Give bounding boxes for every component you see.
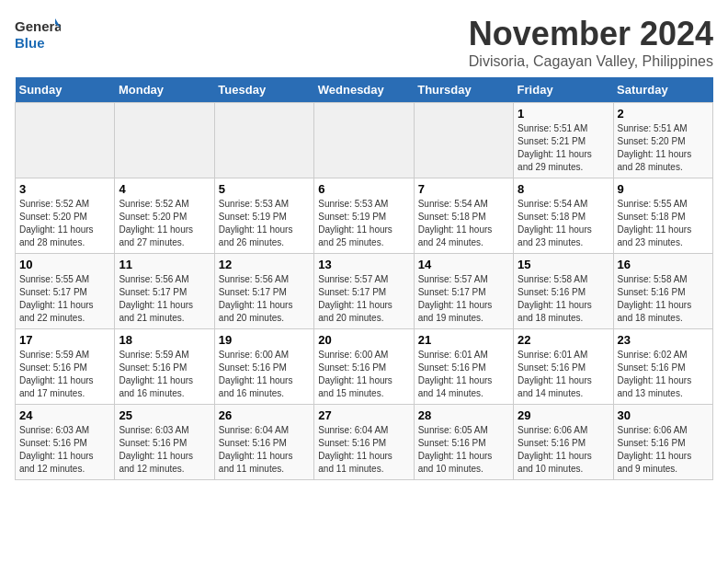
day-number: 22 xyxy=(518,333,609,347)
day-info: Sunrise: 6:04 AM Sunset: 5:16 PM Dayligh… xyxy=(318,424,409,476)
weekday-header-monday: Monday xyxy=(115,77,214,103)
day-number: 17 xyxy=(19,333,110,347)
weekday-header-wednesday: Wednesday xyxy=(314,77,414,103)
day-number: 15 xyxy=(518,258,609,271)
day-info: Sunrise: 5:58 AM Sunset: 5:16 PM Dayligh… xyxy=(518,273,609,325)
day-number: 18 xyxy=(119,333,210,347)
day-info: Sunrise: 6:00 AM Sunset: 5:16 PM Dayligh… xyxy=(318,349,409,400)
day-cell: 7Sunrise: 5:54 AM Sunset: 5:18 PM Daylig… xyxy=(414,178,513,254)
day-cell: 29Sunrise: 6:06 AM Sunset: 5:16 PM Dayli… xyxy=(514,405,613,480)
day-info: Sunrise: 6:03 AM Sunset: 5:16 PM Dayligh… xyxy=(119,424,210,476)
week-row-5: 24Sunrise: 6:03 AM Sunset: 5:16 PM Dayli… xyxy=(16,405,713,480)
weekday-header-row: SundayMondayTuesdayWednesdayThursdayFrid… xyxy=(16,77,713,103)
day-cell: 10Sunrise: 5:55 AM Sunset: 5:17 PM Dayli… xyxy=(16,254,115,329)
day-number: 2 xyxy=(618,107,709,121)
day-cell: 12Sunrise: 5:56 AM Sunset: 5:17 PM Dayli… xyxy=(214,254,313,329)
day-info: Sunrise: 5:56 AM Sunset: 5:17 PM Dayligh… xyxy=(219,273,310,325)
day-cell: 21Sunrise: 6:01 AM Sunset: 5:16 PM Dayli… xyxy=(414,329,513,405)
day-cell: 17Sunrise: 5:59 AM Sunset: 5:16 PM Dayli… xyxy=(16,329,115,405)
day-number: 27 xyxy=(318,408,409,422)
day-number: 12 xyxy=(219,258,310,271)
day-number: 8 xyxy=(518,182,609,196)
week-row-2: 3Sunrise: 5:52 AM Sunset: 5:20 PM Daylig… xyxy=(16,178,713,254)
day-number: 7 xyxy=(418,182,509,196)
day-cell: 24Sunrise: 6:03 AM Sunset: 5:16 PM Dayli… xyxy=(16,405,115,480)
day-number: 10 xyxy=(19,258,110,271)
day-cell: 20Sunrise: 6:00 AM Sunset: 5:16 PM Dayli… xyxy=(314,329,414,405)
day-number: 5 xyxy=(219,182,310,196)
day-info: Sunrise: 5:54 AM Sunset: 5:18 PM Dayligh… xyxy=(518,198,609,249)
day-number: 24 xyxy=(19,408,110,422)
logo: General Blue xyxy=(15,15,61,55)
day-cell: 2Sunrise: 5:51 AM Sunset: 5:20 PM Daylig… xyxy=(613,103,712,178)
day-cell: 26Sunrise: 6:04 AM Sunset: 5:16 PM Dayli… xyxy=(214,405,313,480)
day-cell: 5Sunrise: 5:53 AM Sunset: 5:19 PM Daylig… xyxy=(214,178,313,254)
week-row-3: 10Sunrise: 5:55 AM Sunset: 5:17 PM Dayli… xyxy=(16,254,713,329)
day-number: 4 xyxy=(119,182,210,196)
day-number: 13 xyxy=(318,258,409,271)
day-number: 28 xyxy=(418,408,509,422)
page-header: General Blue November 2024 Divisoria, Ca… xyxy=(15,15,713,70)
day-info: Sunrise: 5:51 AM Sunset: 5:20 PM Dayligh… xyxy=(618,122,709,174)
day-number: 6 xyxy=(318,182,409,196)
day-cell xyxy=(214,103,313,178)
day-cell: 4Sunrise: 5:52 AM Sunset: 5:20 PM Daylig… xyxy=(115,178,214,254)
week-row-1: 1Sunrise: 5:51 AM Sunset: 5:21 PM Daylig… xyxy=(16,103,713,178)
month-title: November 2024 xyxy=(469,15,713,53)
day-info: Sunrise: 5:58 AM Sunset: 5:16 PM Dayligh… xyxy=(618,273,709,325)
svg-text:General: General xyxy=(15,18,61,34)
day-info: Sunrise: 5:53 AM Sunset: 5:19 PM Dayligh… xyxy=(318,198,409,249)
weekday-header-tuesday: Tuesday xyxy=(214,77,313,103)
day-number: 20 xyxy=(318,333,409,347)
day-cell: 11Sunrise: 5:56 AM Sunset: 5:17 PM Dayli… xyxy=(115,254,214,329)
logo-svg: General Blue xyxy=(15,15,61,55)
day-cell: 27Sunrise: 6:04 AM Sunset: 5:16 PM Dayli… xyxy=(314,405,414,480)
day-number: 14 xyxy=(418,258,509,271)
day-number: 3 xyxy=(19,182,110,196)
day-cell: 3Sunrise: 5:52 AM Sunset: 5:20 PM Daylig… xyxy=(16,178,115,254)
day-number: 21 xyxy=(418,333,509,347)
day-info: Sunrise: 6:05 AM Sunset: 5:16 PM Dayligh… xyxy=(418,424,509,476)
day-cell: 14Sunrise: 5:57 AM Sunset: 5:17 PM Dayli… xyxy=(414,254,513,329)
day-cell: 6Sunrise: 5:53 AM Sunset: 5:19 PM Daylig… xyxy=(314,178,414,254)
weekday-header-sunday: Sunday xyxy=(16,77,115,103)
day-number: 11 xyxy=(119,258,210,271)
day-cell: 9Sunrise: 5:55 AM Sunset: 5:18 PM Daylig… xyxy=(613,178,712,254)
day-number: 19 xyxy=(219,333,310,347)
day-info: Sunrise: 6:04 AM Sunset: 5:16 PM Dayligh… xyxy=(219,424,310,476)
day-number: 29 xyxy=(518,408,609,422)
day-info: Sunrise: 6:06 AM Sunset: 5:16 PM Dayligh… xyxy=(518,424,609,476)
day-info: Sunrise: 6:01 AM Sunset: 5:16 PM Dayligh… xyxy=(418,349,509,400)
day-info: Sunrise: 5:57 AM Sunset: 5:17 PM Dayligh… xyxy=(318,273,409,325)
weekday-header-friday: Friday xyxy=(514,77,613,103)
day-info: Sunrise: 6:00 AM Sunset: 5:16 PM Dayligh… xyxy=(219,349,310,400)
day-cell xyxy=(115,103,214,178)
day-info: Sunrise: 5:51 AM Sunset: 5:21 PM Dayligh… xyxy=(518,122,609,174)
day-number: 23 xyxy=(618,333,709,347)
weekday-header-saturday: Saturday xyxy=(613,77,712,103)
svg-text:Blue: Blue xyxy=(15,35,45,51)
day-info: Sunrise: 5:59 AM Sunset: 5:16 PM Dayligh… xyxy=(19,349,110,400)
day-cell: 13Sunrise: 5:57 AM Sunset: 5:17 PM Dayli… xyxy=(314,254,414,329)
location-title: Divisoria, Cagayan Valley, Philippines xyxy=(469,53,713,70)
title-area: November 2024 Divisoria, Cagayan Valley,… xyxy=(469,15,713,70)
day-info: Sunrise: 6:01 AM Sunset: 5:16 PM Dayligh… xyxy=(518,349,609,400)
day-info: Sunrise: 5:57 AM Sunset: 5:17 PM Dayligh… xyxy=(418,273,509,325)
day-info: Sunrise: 5:55 AM Sunset: 5:18 PM Dayligh… xyxy=(618,198,709,249)
calendar-table: SundayMondayTuesdayWednesdayThursdayFrid… xyxy=(15,77,713,480)
day-cell: 18Sunrise: 5:59 AM Sunset: 5:16 PM Dayli… xyxy=(115,329,214,405)
day-number: 16 xyxy=(618,258,709,271)
day-info: Sunrise: 5:55 AM Sunset: 5:17 PM Dayligh… xyxy=(19,273,110,325)
day-cell: 30Sunrise: 6:06 AM Sunset: 5:16 PM Dayli… xyxy=(613,405,712,480)
day-cell xyxy=(16,103,115,178)
day-cell: 1Sunrise: 5:51 AM Sunset: 5:21 PM Daylig… xyxy=(514,103,613,178)
day-info: Sunrise: 5:59 AM Sunset: 5:16 PM Dayligh… xyxy=(119,349,210,400)
day-number: 9 xyxy=(618,182,709,196)
week-row-4: 17Sunrise: 5:59 AM Sunset: 5:16 PM Dayli… xyxy=(16,329,713,405)
day-cell: 22Sunrise: 6:01 AM Sunset: 5:16 PM Dayli… xyxy=(514,329,613,405)
day-info: Sunrise: 6:06 AM Sunset: 5:16 PM Dayligh… xyxy=(618,424,709,476)
day-number: 1 xyxy=(518,107,609,121)
day-cell: 28Sunrise: 6:05 AM Sunset: 5:16 PM Dayli… xyxy=(414,405,513,480)
day-info: Sunrise: 5:52 AM Sunset: 5:20 PM Dayligh… xyxy=(119,198,210,249)
weekday-header-thursday: Thursday xyxy=(414,77,513,103)
